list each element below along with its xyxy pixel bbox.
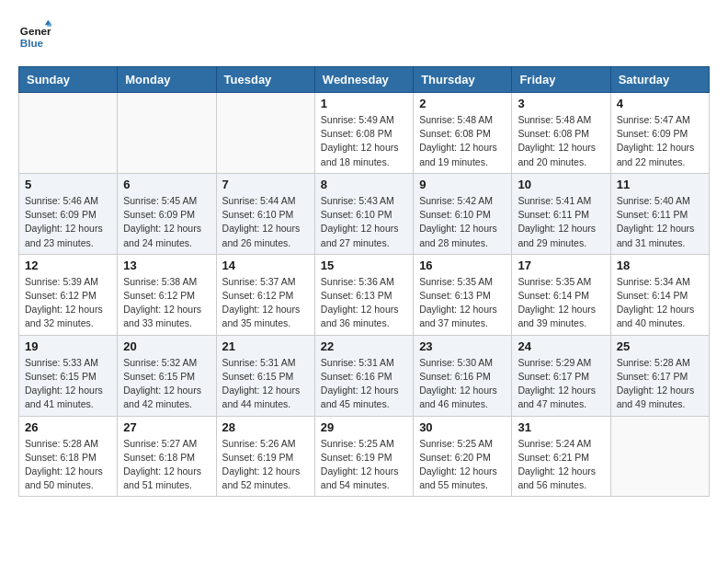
day-info: Sunrise: 5:26 AM Sunset: 6:19 PM Dayligh… bbox=[222, 437, 309, 493]
day-info: Sunrise: 5:48 AM Sunset: 6:08 PM Dayligh… bbox=[518, 113, 604, 169]
calendar-day: 24Sunrise: 5:29 AM Sunset: 6:17 PM Dayli… bbox=[512, 335, 610, 416]
calendar-day: 14Sunrise: 5:37 AM Sunset: 6:12 PM Dayli… bbox=[216, 254, 314, 335]
logo: General Blue bbox=[18, 18, 51, 52]
calendar-day: 9Sunrise: 5:42 AM Sunset: 6:10 PM Daylig… bbox=[414, 173, 512, 254]
day-info: Sunrise: 5:31 AM Sunset: 6:15 PM Dayligh… bbox=[222, 356, 309, 412]
day-info: Sunrise: 5:45 AM Sunset: 6:09 PM Dayligh… bbox=[123, 194, 210, 250]
day-number: 26 bbox=[25, 420, 111, 434]
calendar-day: 7Sunrise: 5:44 AM Sunset: 6:10 PM Daylig… bbox=[216, 173, 314, 254]
weekday-header-sunday: Sunday bbox=[19, 67, 118, 93]
calendar-day: 29Sunrise: 5:25 AM Sunset: 6:19 PM Dayli… bbox=[314, 416, 413, 497]
calendar-day: 27Sunrise: 5:27 AM Sunset: 6:18 PM Dayli… bbox=[118, 416, 216, 497]
weekday-header-thursday: Thursday bbox=[414, 67, 512, 93]
day-number: 5 bbox=[25, 178, 111, 191]
weekday-header-row: SundayMondayTuesdayWednesdayThursdayFrid… bbox=[19, 67, 710, 93]
day-info: Sunrise: 5:42 AM Sunset: 6:10 PM Dayligh… bbox=[419, 194, 506, 250]
day-info: Sunrise: 5:44 AM Sunset: 6:10 PM Dayligh… bbox=[222, 194, 309, 250]
day-number: 4 bbox=[617, 97, 703, 110]
calendar-day bbox=[19, 93, 118, 174]
day-number: 29 bbox=[321, 420, 407, 434]
calendar-week-row: 12Sunrise: 5:39 AM Sunset: 6:12 PM Dayli… bbox=[19, 254, 710, 335]
calendar-day bbox=[118, 93, 216, 174]
calendar-day: 26Sunrise: 5:28 AM Sunset: 6:18 PM Dayli… bbox=[19, 416, 118, 497]
weekday-header-tuesday: Tuesday bbox=[216, 67, 314, 93]
day-info: Sunrise: 5:25 AM Sunset: 6:19 PM Dayligh… bbox=[321, 437, 407, 493]
day-info: Sunrise: 5:28 AM Sunset: 6:18 PM Dayligh… bbox=[25, 437, 111, 493]
day-number: 7 bbox=[222, 178, 309, 191]
day-number: 19 bbox=[25, 339, 111, 353]
day-number: 17 bbox=[518, 259, 604, 272]
day-number: 3 bbox=[518, 97, 604, 110]
calendar-day: 20Sunrise: 5:32 AM Sunset: 6:15 PM Dayli… bbox=[118, 335, 216, 416]
logo-icon: General Blue bbox=[18, 18, 51, 52]
calendar-day: 23Sunrise: 5:30 AM Sunset: 6:16 PM Dayli… bbox=[414, 335, 512, 416]
day-number: 21 bbox=[222, 339, 309, 353]
day-number: 14 bbox=[222, 259, 309, 272]
day-info: Sunrise: 5:34 AM Sunset: 6:14 PM Dayligh… bbox=[617, 275, 703, 331]
day-number: 24 bbox=[518, 339, 604, 353]
day-info: Sunrise: 5:47 AM Sunset: 6:09 PM Dayligh… bbox=[617, 113, 703, 169]
calendar-day: 17Sunrise: 5:35 AM Sunset: 6:14 PM Dayli… bbox=[512, 254, 610, 335]
page-header: General Blue bbox=[18, 18, 710, 52]
calendar-day: 15Sunrise: 5:36 AM Sunset: 6:13 PM Dayli… bbox=[314, 254, 413, 335]
calendar-week-row: 19Sunrise: 5:33 AM Sunset: 6:15 PM Dayli… bbox=[19, 335, 710, 416]
calendar-day: 16Sunrise: 5:35 AM Sunset: 6:13 PM Dayli… bbox=[414, 254, 512, 335]
day-number: 12 bbox=[25, 259, 111, 272]
day-number: 1 bbox=[321, 97, 407, 110]
calendar-day: 13Sunrise: 5:38 AM Sunset: 6:12 PM Dayli… bbox=[118, 254, 216, 335]
calendar-day: 2Sunrise: 5:48 AM Sunset: 6:08 PM Daylig… bbox=[414, 93, 512, 174]
day-number: 18 bbox=[617, 259, 703, 272]
calendar-week-row: 5Sunrise: 5:46 AM Sunset: 6:09 PM Daylig… bbox=[19, 173, 710, 254]
calendar-day: 22Sunrise: 5:31 AM Sunset: 6:16 PM Dayli… bbox=[314, 335, 413, 416]
day-info: Sunrise: 5:28 AM Sunset: 6:17 PM Dayligh… bbox=[617, 356, 703, 412]
calendar-day: 11Sunrise: 5:40 AM Sunset: 6:11 PM Dayli… bbox=[610, 173, 709, 254]
day-number: 10 bbox=[518, 178, 604, 191]
calendar-table: SundayMondayTuesdayWednesdayThursdayFrid… bbox=[18, 66, 710, 497]
day-number: 27 bbox=[123, 420, 210, 434]
day-number: 2 bbox=[419, 97, 506, 110]
calendar-day bbox=[216, 93, 314, 174]
day-info: Sunrise: 5:49 AM Sunset: 6:08 PM Dayligh… bbox=[321, 113, 407, 169]
calendar-day: 3Sunrise: 5:48 AM Sunset: 6:08 PM Daylig… bbox=[512, 93, 610, 174]
day-info: Sunrise: 5:27 AM Sunset: 6:18 PM Dayligh… bbox=[123, 437, 210, 493]
calendar-day: 25Sunrise: 5:28 AM Sunset: 6:17 PM Dayli… bbox=[610, 335, 709, 416]
day-info: Sunrise: 5:25 AM Sunset: 6:20 PM Dayligh… bbox=[419, 437, 506, 493]
day-info: Sunrise: 5:39 AM Sunset: 6:12 PM Dayligh… bbox=[25, 275, 111, 331]
day-info: Sunrise: 5:38 AM Sunset: 6:12 PM Dayligh… bbox=[123, 275, 210, 331]
day-number: 11 bbox=[617, 178, 703, 191]
calendar-day: 19Sunrise: 5:33 AM Sunset: 6:15 PM Dayli… bbox=[19, 335, 118, 416]
calendar-week-row: 1Sunrise: 5:49 AM Sunset: 6:08 PM Daylig… bbox=[19, 93, 710, 174]
weekday-header-wednesday: Wednesday bbox=[314, 67, 413, 93]
calendar-day: 28Sunrise: 5:26 AM Sunset: 6:19 PM Dayli… bbox=[216, 416, 314, 497]
day-number: 23 bbox=[419, 339, 506, 353]
day-number: 28 bbox=[222, 420, 309, 434]
day-info: Sunrise: 5:32 AM Sunset: 6:15 PM Dayligh… bbox=[123, 356, 210, 412]
day-info: Sunrise: 5:35 AM Sunset: 6:13 PM Dayligh… bbox=[419, 275, 506, 331]
day-info: Sunrise: 5:43 AM Sunset: 6:10 PM Dayligh… bbox=[321, 194, 407, 250]
day-number: 31 bbox=[518, 420, 604, 434]
calendar-day: 21Sunrise: 5:31 AM Sunset: 6:15 PM Dayli… bbox=[216, 335, 314, 416]
day-info: Sunrise: 5:41 AM Sunset: 6:11 PM Dayligh… bbox=[518, 194, 604, 250]
calendar-day: 10Sunrise: 5:41 AM Sunset: 6:11 PM Dayli… bbox=[512, 173, 610, 254]
calendar-day: 6Sunrise: 5:45 AM Sunset: 6:09 PM Daylig… bbox=[118, 173, 216, 254]
day-info: Sunrise: 5:29 AM Sunset: 6:17 PM Dayligh… bbox=[518, 356, 604, 412]
day-info: Sunrise: 5:33 AM Sunset: 6:15 PM Dayligh… bbox=[25, 356, 111, 412]
day-info: Sunrise: 5:24 AM Sunset: 6:21 PM Dayligh… bbox=[518, 437, 604, 493]
calendar-day: 30Sunrise: 5:25 AM Sunset: 6:20 PM Dayli… bbox=[414, 416, 512, 497]
day-info: Sunrise: 5:31 AM Sunset: 6:16 PM Dayligh… bbox=[321, 356, 407, 412]
calendar-day: 1Sunrise: 5:49 AM Sunset: 6:08 PM Daylig… bbox=[314, 93, 413, 174]
day-number: 9 bbox=[419, 178, 506, 191]
day-info: Sunrise: 5:40 AM Sunset: 6:11 PM Dayligh… bbox=[617, 194, 703, 250]
day-info: Sunrise: 5:37 AM Sunset: 6:12 PM Dayligh… bbox=[222, 275, 309, 331]
calendar-day: 8Sunrise: 5:43 AM Sunset: 6:10 PM Daylig… bbox=[314, 173, 413, 254]
weekday-header-friday: Friday bbox=[512, 67, 610, 93]
day-number: 16 bbox=[419, 259, 506, 272]
calendar-day bbox=[610, 416, 709, 497]
day-number: 30 bbox=[419, 420, 506, 434]
day-number: 8 bbox=[321, 178, 407, 191]
day-number: 22 bbox=[321, 339, 407, 353]
svg-text:Blue: Blue bbox=[20, 37, 44, 49]
calendar-day: 5Sunrise: 5:46 AM Sunset: 6:09 PM Daylig… bbox=[19, 173, 118, 254]
day-info: Sunrise: 5:30 AM Sunset: 6:16 PM Dayligh… bbox=[419, 356, 506, 412]
day-info: Sunrise: 5:35 AM Sunset: 6:14 PM Dayligh… bbox=[518, 275, 604, 331]
